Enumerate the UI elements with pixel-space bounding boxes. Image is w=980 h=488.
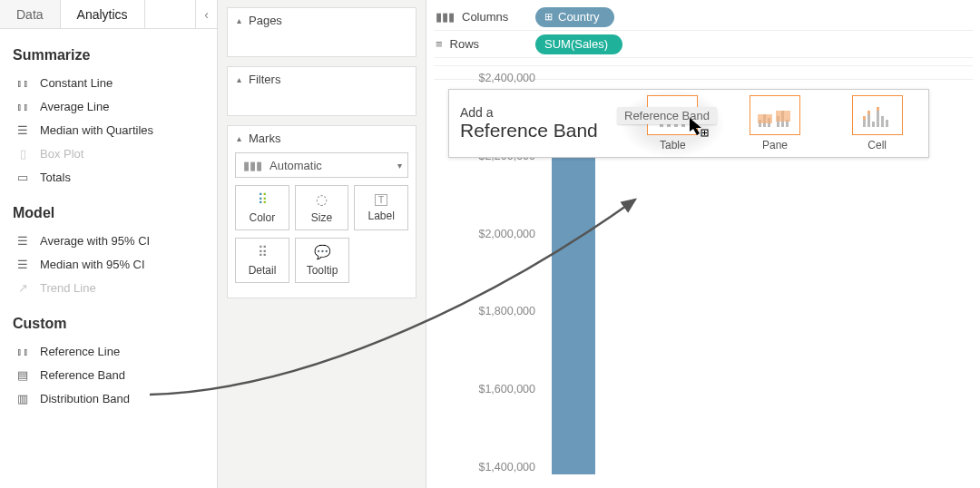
summarize-heading: Summarize: [13, 47, 204, 63]
analytics-item-label: Average with 95% CI: [40, 234, 150, 248]
trend-line-icon: ↗: [15, 281, 31, 295]
analytics-average-line[interactable]: ⫾⫾ Average Line: [13, 94, 204, 118]
chevron-down-icon: ▾: [397, 153, 402, 177]
chevron-up-icon: ▴: [237, 74, 241, 84]
analytics-pane: Data Analytics ‹ Summarize ⫾⫾ Constant L…: [0, 0, 218, 488]
analytics-item-label: Box Plot: [40, 147, 83, 161]
mark-button-label: Label: [368, 210, 394, 222]
detail-icon: ⠿: [258, 244, 268, 260]
filters-label: Filters: [249, 73, 280, 86]
reference-band-icon: ▤: [15, 368, 31, 382]
label-icon: T: [375, 194, 387, 206]
marks-label: Marks: [249, 132, 280, 145]
columns-pill-country[interactable]: ⊞ Country: [535, 7, 614, 27]
analytics-constant-line[interactable]: ⫾⫾ Constant Line: [13, 71, 204, 94]
chevron-up-icon: ▴: [237, 15, 241, 25]
reference-line-icon: ⫾⫾: [15, 345, 31, 358]
columns-shelf[interactable]: ▮▮▮ Columns ⊞ Country: [434, 4, 973, 31]
analytics-item-label: Reference Line: [40, 345, 120, 358]
analytics-item-label: Trend Line: [40, 281, 96, 295]
analytics-item-label: Median with Quartiles: [40, 123, 153, 137]
rows-icon: ≡: [436, 37, 443, 51]
rows-pill-sales[interactable]: SUM(Sales): [535, 34, 622, 54]
mark-button-label: Color: [249, 211, 275, 224]
axis-tick: $2,000,000: [478, 228, 535, 240]
pages-card[interactable]: ▴ Pages: [227, 7, 416, 57]
mark-color-button[interactable]: Color: [235, 185, 289, 230]
plus-icon: ⊞: [544, 11, 553, 23]
chevron-up-icon: ▴: [237, 133, 241, 143]
analytics-average-ci[interactable]: ☰ Average with 95% CI: [13, 229, 204, 252]
svg-rect-16: [877, 109, 879, 127]
drop-add-label: Add a: [460, 105, 611, 120]
drop-caption: Pane: [762, 139, 788, 151]
mark-type-value: Automatic: [270, 159, 322, 172]
mark-size-button[interactable]: ◌ Size: [295, 185, 349, 230]
analytics-totals[interactable]: ▭ Totals: [13, 165, 204, 189]
analytics-box-plot: ▯ Box Plot: [13, 142, 204, 165]
filters-card[interactable]: ▴ Filters: [227, 66, 416, 116]
pill-label: Country: [558, 10, 600, 24]
constant-line-icon: ⫾⫾: [15, 76, 31, 90]
drop-caption: Table: [660, 139, 686, 151]
axis-tick: $1,600,000: [478, 383, 535, 395]
analytics-median-ci[interactable]: ☰ Median with 95% CI: [13, 252, 204, 276]
mark-label-button[interactable]: T Label: [354, 185, 408, 230]
svg-rect-14: [867, 112, 870, 127]
custom-heading: Custom: [13, 316, 204, 332]
totals-icon: ▭: [15, 171, 31, 184]
pill-label: SUM(Sales): [544, 37, 608, 51]
mark-type-select[interactable]: ▮▮▮ Automatic ▾: [235, 152, 408, 178]
tab-analytics[interactable]: Analytics: [61, 0, 145, 28]
collapse-pane-button[interactable]: ‹: [195, 0, 217, 28]
analytics-item-label: Totals: [40, 171, 71, 184]
config-column: ▴ Pages ▴ Filters ▴ Marks ▮▮▮ Automatic …: [218, 0, 426, 488]
analytics-item-label: Distribution Band: [40, 392, 130, 405]
svg-rect-17: [881, 116, 884, 127]
svg-rect-21: [877, 107, 879, 111]
mark-tooltip-button[interactable]: 💬 Tooltip: [295, 238, 349, 283]
drop-cell-thumb: [852, 95, 903, 135]
drop-target-pane[interactable]: Pane: [724, 90, 827, 157]
tooltip-icon: 💬: [314, 244, 331, 260]
rows-shelf[interactable]: ≡ Rows SUM(Sales): [434, 31, 973, 58]
size-icon: ◌: [316, 191, 328, 208]
drop-target-cell[interactable]: Cell: [826, 90, 928, 157]
rows-shelf-label: Rows: [450, 37, 480, 51]
drop-caption: Cell: [867, 139, 887, 151]
analytics-item-label: Constant Line: [40, 76, 113, 90]
svg-rect-18: [886, 120, 888, 127]
axis-tick: $1,800,000: [478, 305, 535, 317]
median-ci-icon: ☰: [15, 258, 31, 271]
axis-tick: $1,400,000: [478, 461, 535, 473]
analytics-reference-band[interactable]: ▤ Reference Band: [13, 363, 204, 386]
analytics-item-label: Average Line: [40, 100, 109, 113]
svg-rect-12: [776, 111, 790, 122]
svg-rect-19: [863, 116, 866, 120]
marks-card: ▴ Marks ▮▮▮ Automatic ▾ Color ◌ Size T L…: [227, 125, 416, 298]
drop-object-label: Reference Band: [460, 120, 611, 142]
pages-label: Pages: [249, 14, 282, 27]
mark-detail-button[interactable]: ⠿ Detail: [235, 238, 289, 283]
average-line-icon: ⫾⫾: [15, 100, 31, 113]
columns-icon: ▮▮▮: [436, 10, 455, 24]
mark-button-label: Tooltip: [307, 264, 338, 277]
svg-rect-15: [872, 122, 875, 127]
mark-button-label: Size: [311, 211, 332, 224]
median-quartiles-icon: ☰: [15, 123, 31, 137]
distribution-band-icon: ▥: [15, 392, 31, 405]
svg-rect-11: [758, 114, 772, 123]
drag-ghost-reference-band: Reference Band: [617, 107, 717, 124]
box-plot-icon: ▯: [15, 147, 31, 161]
analytics-distribution-band[interactable]: ▥ Distribution Band: [13, 386, 204, 410]
tab-data[interactable]: Data: [0, 0, 61, 28]
view-canvas: ▮▮▮ Columns ⊞ Country ≡ Rows SUM(Sales): [426, 0, 980, 488]
drop-pane-thumb: [750, 95, 800, 135]
mark-button-label: Detail: [249, 264, 277, 277]
analytics-trend-line: ↗ Trend Line: [13, 276, 204, 299]
axis-tick: $2,400,000: [478, 72, 535, 84]
color-icon: [258, 191, 266, 208]
analytics-reference-line[interactable]: ⫾⫾ Reference Line: [13, 339, 204, 363]
average-ci-icon: ☰: [15, 234, 31, 248]
analytics-median-quartiles[interactable]: ☰ Median with Quartiles: [13, 118, 204, 142]
